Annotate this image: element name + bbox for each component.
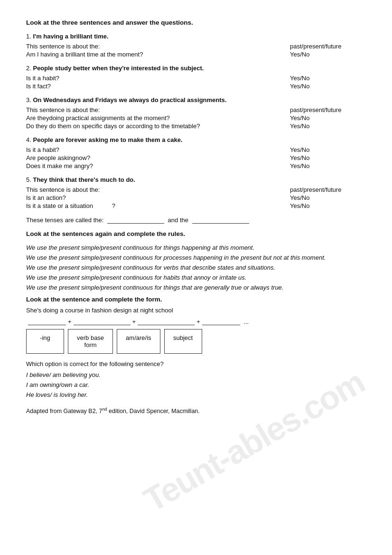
option-sentence-1: I believe/ am believing you. [26, 371, 366, 378]
rule-3: We use the present simple/present contin… [26, 264, 366, 271]
sentence-4-q3: Does it make me angry?Yes/No [26, 162, 366, 169]
sentence-2-q2-left: Is it fact? [26, 83, 290, 90]
sentence-2-q2: Is it fact?Yes/No [26, 83, 366, 90]
rule-5-prefix: We use the [26, 284, 59, 291]
sentence-5-q2-left: Is it an action? [26, 194, 290, 201]
rule-3-choice: present simple/present continuous [59, 264, 153, 271]
form-box-1: -ing [26, 329, 64, 354]
which-option-instruction: Which option is correct for the followin… [26, 360, 366, 367]
rule-4-choice: present simple/present continuous [59, 274, 153, 281]
sentence-1-title: 1. I'm having a brilliant time. [26, 33, 366, 40]
sentence-4-title: 4. People are forever asking me to make … [26, 136, 366, 143]
form-blank3[interactable] [138, 318, 195, 325]
rule-1-prefix: We use the [26, 244, 59, 251]
rule-4: We use the present simple/present contin… [26, 274, 366, 281]
sentence-5-q2-right: Yes/No [290, 194, 366, 201]
options-container: I believe/ am believing you.I am owning/… [26, 371, 366, 398]
sentence-5-q1-right: past/present/future [290, 186, 366, 193]
sentence-5-title: 5. They think that there's much to do. [26, 176, 366, 183]
rule-4-suffix: for habits that annoy or irritate us. [153, 274, 246, 281]
rule-1-choice: present simple/present continuous [59, 244, 153, 251]
form-blanks-row: + + + ... [26, 318, 366, 325]
tenses-line-row: These tenses are called the: and the [26, 216, 366, 224]
sentence-3-title: 3. On Wednesdays and Fridays we always d… [26, 96, 366, 103]
sentence-4-q1-right: Yes/No [290, 146, 366, 153]
sentence-2-q1: Is it a habit?Yes/No [26, 75, 366, 82]
rule-2: We use the present simple/present contin… [26, 254, 366, 261]
form-sentence: She's doing a course in fashion design a… [26, 307, 173, 314]
form-blank2[interactable] [74, 318, 131, 325]
sentence-2-q1-left: Is it a habit? [26, 75, 290, 82]
sentence-1-q2-left: Am I having a brilliant time at the mome… [26, 51, 290, 58]
form-box-2: verb base form [68, 329, 113, 354]
sentence-5-q1: This sentence is about the:past/present/… [26, 186, 366, 193]
sentence-3-q3-right: Yes/No [290, 122, 366, 130]
form-box-3: am/are/is [117, 329, 160, 354]
sentence-3: 3. On Wednesdays and Fridays we always d… [26, 96, 366, 130]
rule-5: We use the present simple/present contin… [26, 284, 366, 291]
form-instruction: Look at the sentence and complete the fo… [26, 296, 366, 303]
sentence-5-q2: Is it an action?Yes/No [26, 194, 366, 201]
rule-3-suffix: for verbs that describe states and situa… [153, 264, 275, 271]
rules-container: We use the present simple/present contin… [26, 244, 366, 291]
sentence-4-q2-right: Yes/No [290, 154, 366, 161]
sentence-4-q1: Is it a habit?Yes/No [26, 146, 366, 153]
sentence-2-title: 2. People study better when they're inte… [26, 65, 366, 72]
rule-3-prefix: We use the [26, 264, 59, 271]
form-blank4[interactable] [202, 318, 240, 325]
rule-1-suffix: for things happening at this moment. [153, 244, 254, 251]
rules-instruction: Look at the sentences again and complete… [26, 230, 366, 237]
sentence-3-q1-right: past/present/future [290, 106, 366, 113]
sentence-2-q2-right: Yes/No [290, 83, 366, 90]
sentence-1-q1-left: This sentence is about the: [26, 43, 290, 50]
sentence-5-q1-left: This sentence is about the: [26, 186, 290, 193]
sentence-3-q3-left: Do they do them on specific days or acco… [26, 122, 290, 130]
form-blank1[interactable] [28, 318, 66, 325]
rule-5-suffix: for things that are generally true or al… [153, 284, 283, 291]
sentence-4-q2: Are people asking​now?Yes/No [26, 154, 366, 161]
sentence-5: 5. They think that there's much to do.Th… [26, 176, 366, 209]
option-sentence-3: He loves/ is loving her. [26, 391, 366, 398]
sentence-5-q3-left: Is it a state or a situation ? [26, 202, 290, 209]
boxes-row: -ingverb base formam/are/issubject [26, 329, 366, 354]
sentence-3-q2-right: Yes/No [290, 114, 366, 122]
sentence-5-q3-right: Yes/No [290, 202, 366, 209]
sentence-3-q2: Are they​doing practical assignments at … [26, 114, 366, 122]
adapted-line: Adapted from Gateway B2, 7nd edition, Da… [26, 407, 366, 414]
tenses-label: These tenses are called the: [26, 216, 103, 224]
sentence-3-q2-left: Are they​doing practical assignments at … [26, 114, 290, 122]
rule-5-choice: present simple/present continuous [59, 284, 153, 291]
sentence-4-q3-left: Does it make me angry? [26, 162, 290, 169]
form-box-4: subject [164, 329, 202, 354]
tenses-blank1[interactable] [107, 216, 164, 224]
sentence-1-q2: Am I having a brilliant time at the mome… [26, 51, 366, 58]
header-instruction: Look at the three sentences and answer t… [26, 19, 366, 26]
rule-2-suffix: for processes happening in the present b… [153, 254, 326, 261]
sentence-1-q2-right: Yes/No [290, 51, 366, 58]
sentence-4-q2-left: Are people asking​now? [26, 154, 290, 161]
option-sentence-2: I am owning/own a car. [26, 381, 366, 388]
sentence-1-q1: This sentence is about the:past/present/… [26, 43, 366, 50]
sentence-3-q1-left: This sentence is about the: [26, 106, 290, 113]
sentence-3-q3: Do they do them on specific days or acco… [26, 122, 366, 130]
rule-2-choice: present simple/present continuous [59, 254, 153, 261]
sentence-1: 1. I'm having a brilliant time.This sent… [26, 33, 366, 58]
rule-1: We use the present simple/present contin… [26, 244, 366, 251]
sentence-2-q1-right: Yes/No [290, 75, 366, 82]
form-sentence-row: She's doing a course in fashion design a… [26, 307, 366, 314]
sentence-4-q1-left: Is it a habit? [26, 146, 290, 153]
tenses-blank2[interactable] [192, 216, 249, 224]
rule-4-prefix: We use the [26, 274, 59, 281]
sentence-2: 2. People study better when they're inte… [26, 65, 366, 90]
tenses-and: and the [168, 216, 188, 224]
rule-2-prefix: We use the [26, 254, 59, 261]
sentence-4-q3-right: Yes/No [290, 162, 366, 169]
sentence-1-q1-right: past/present/future [290, 43, 366, 50]
sentences-container: 1. I'm having a brilliant time.This sent… [26, 33, 366, 209]
sentence-4: 4. People are forever asking me to make … [26, 136, 366, 169]
sentence-3-q1: This sentence is about the:past/present/… [26, 106, 366, 113]
sentence-5-q3: Is it a state or a situation ?Yes/No [26, 202, 366, 209]
